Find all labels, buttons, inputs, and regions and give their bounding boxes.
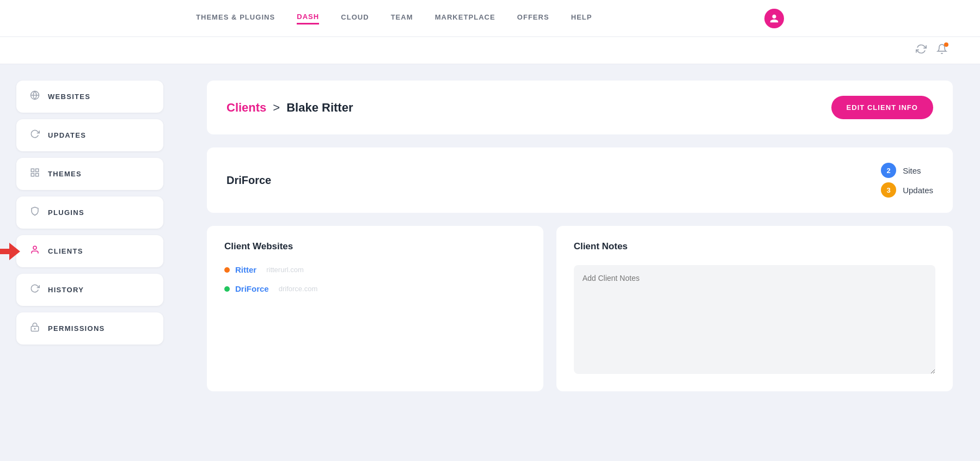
sites-label: Sites xyxy=(903,166,921,175)
client-websites-title: Client Websites xyxy=(224,241,526,252)
website-item-ritter: Ritter ritterurl.com xyxy=(224,265,526,274)
svg-rect-2 xyxy=(31,169,34,171)
stats-section: 2 Sites 3 Updates xyxy=(881,163,933,198)
site-name-driforce[interactable]: DriForce xyxy=(235,284,269,293)
site-url-driforce: driforce.com xyxy=(279,285,318,293)
breadcrumb: Clients > Blake Ritter xyxy=(226,101,353,115)
sidebar-label-themes: THEMES xyxy=(48,170,82,178)
updates-badge: 3 xyxy=(881,182,896,198)
nav-offers[interactable]: OFFERS xyxy=(517,13,549,23)
globe-icon xyxy=(29,90,40,103)
themes-icon xyxy=(29,168,40,180)
website-item-driforce: DriForce driforce.com xyxy=(224,284,526,293)
svg-rect-5 xyxy=(31,174,34,176)
refresh-icon[interactable] xyxy=(916,44,927,57)
arrow-head xyxy=(9,243,20,260)
company-card: DriForce 2 Sites 3 Updates xyxy=(207,147,953,213)
bottom-cards: Client Websites Ritter ritterurl.com Dri… xyxy=(207,226,953,391)
sidebar-label-clients: CLIENTS xyxy=(48,247,83,255)
company-name: DriForce xyxy=(226,174,271,187)
client-notes-title: Client Notes xyxy=(574,241,935,252)
sidebar-item-clients[interactable]: CLIENTS xyxy=(16,235,163,267)
sidebar-label-updates: UPDATES xyxy=(48,131,86,139)
main-layout: WEBSITES UPDATES THEMES PLUGINS xyxy=(0,64,980,461)
sidebar-item-history[interactable]: HISTORY xyxy=(16,274,163,306)
sites-badge: 2 xyxy=(881,163,896,178)
clients-icon xyxy=(29,245,40,257)
sidebar-item-plugins[interactable]: PLUGINS xyxy=(16,196,163,229)
sidebar-label-permissions: PERMISSIONS xyxy=(48,324,105,333)
client-notes-card: Client Notes xyxy=(556,226,953,391)
nav-help[interactable]: HELP xyxy=(571,13,592,23)
nav-marketplace[interactable]: MARKETPLACE xyxy=(435,13,495,23)
avatar[interactable] xyxy=(764,9,784,28)
breadcrumb-parent[interactable]: Clients xyxy=(226,101,266,115)
svg-rect-3 xyxy=(36,169,39,171)
sidebar-item-websites[interactable]: WEBSITES xyxy=(16,81,163,113)
sidebar: WEBSITES UPDATES THEMES PLUGINS xyxy=(0,64,180,461)
notification-icon[interactable] xyxy=(936,44,947,57)
sidebar-label-plugins: PLUGINS xyxy=(48,208,84,217)
sidebar-item-themes[interactable]: THEMES xyxy=(16,158,163,190)
plugins-icon xyxy=(29,206,40,219)
nav-team[interactable]: TEAM xyxy=(391,13,413,23)
arrow-body xyxy=(0,249,9,254)
stat-sites: 2 Sites xyxy=(881,163,933,178)
active-arrow xyxy=(0,243,20,260)
nav-links: THEMES & PLUGINS DASH CLOUD TEAM MARKETP… xyxy=(196,13,764,24)
updates-icon xyxy=(29,129,40,142)
nav-cloud[interactable]: CLOUD xyxy=(341,13,369,23)
client-notes-input[interactable] xyxy=(574,265,935,374)
svg-rect-4 xyxy=(36,174,39,176)
sidebar-label-websites: WEBSITES xyxy=(48,93,90,101)
edit-client-button[interactable]: EDIT CLIENT INFO xyxy=(831,96,933,119)
dot-ritter xyxy=(224,267,230,273)
stat-updates: 3 Updates xyxy=(881,182,933,198)
permissions-icon xyxy=(29,322,40,335)
dot-driforce xyxy=(224,286,230,292)
client-websites-card: Client Websites Ritter ritterurl.com Dri… xyxy=(207,226,543,391)
notification-dot xyxy=(944,42,948,47)
top-nav: THEMES & PLUGINS DASH CLOUD TEAM MARKETP… xyxy=(0,0,980,37)
breadcrumb-separator: > xyxy=(273,101,280,115)
sidebar-item-permissions[interactable]: PERMISSIONS xyxy=(16,312,163,345)
svg-point-7 xyxy=(34,328,35,329)
nav-dash[interactable]: DASH xyxy=(297,13,319,24)
svg-point-6 xyxy=(33,246,36,249)
site-url-ritter: ritterurl.com xyxy=(266,266,304,274)
breadcrumb-current: Blake Ritter xyxy=(286,101,353,115)
sidebar-item-updates[interactable]: UPDATES xyxy=(16,119,163,151)
main-content: Clients > Blake Ritter EDIT CLIENT INFO … xyxy=(180,64,980,461)
updates-label: Updates xyxy=(903,186,933,195)
page-header: Clients > Blake Ritter EDIT CLIENT INFO xyxy=(207,81,953,134)
nav-themes-plugins[interactable]: THEMES & PLUGINS xyxy=(196,13,275,23)
sidebar-label-history: HISTORY xyxy=(48,286,84,294)
sub-header xyxy=(0,37,980,64)
site-name-ritter[interactable]: Ritter xyxy=(235,265,256,274)
history-icon xyxy=(29,284,40,296)
